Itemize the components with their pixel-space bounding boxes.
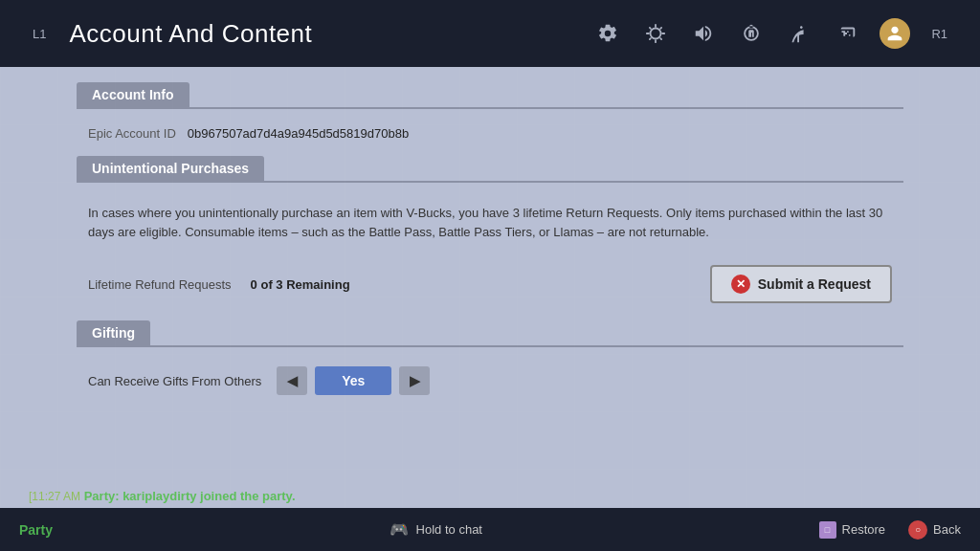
unintentional-purchases-section: Unintentional Purchases In cases where y… (77, 156, 903, 303)
gamepad-icon[interactable] (832, 18, 862, 49)
bottom-bar: Party 🎮 Hold to chat □ Restore ○ Back (0, 508, 980, 551)
profile-icon[interactable] (880, 18, 910, 49)
volume-icon[interactable] (688, 18, 719, 49)
l1-hint: L1 (33, 27, 46, 41)
refund-row: Lifetime Refund Requests 0 of 3 Remainin… (77, 265, 903, 303)
gifting-tab-label: Gifting (77, 320, 150, 345)
gifting-section: Gifting Can Receive Gifts From Others ◀ … (77, 320, 903, 403)
top-nav-bar: L1 Account And Content R1 (0, 0, 980, 67)
party-label: Party (19, 522, 53, 538)
back-button-icon: ○ (908, 520, 927, 540)
gifting-value: Yes (315, 366, 391, 395)
gifting-prev-button[interactable]: ◀ (277, 366, 307, 395)
chat-overlay: [11:27 AM Party: kariplaydirty joined th… (29, 489, 296, 503)
main-content: Account Info Epic Account ID 0b967507ad7… (0, 67, 980, 508)
epic-id-value: 0b967507ad7d4a9a945d5d5819d70b8b (188, 126, 409, 141)
restore-button-icon: □ (819, 521, 836, 539)
unintentional-purchases-tab-label: Unintentional Purchases (77, 156, 264, 181)
gifting-divider (77, 345, 903, 347)
chat-message: Party: kariplaydirty joined the party. (84, 489, 296, 503)
submit-request-button[interactable]: ✕ Submit a Request (710, 265, 892, 303)
back-label: Back (933, 522, 961, 537)
accessibility-icon[interactable] (736, 18, 767, 49)
purchases-divider (77, 181, 903, 183)
x-circle-icon: ✕ (731, 275, 750, 294)
hold-to-chat-area: 🎮 Hold to chat (68, 520, 804, 539)
brightness-icon[interactable] (640, 18, 671, 49)
epic-account-row: Epic Account ID 0b967507ad7d4a9a945d5d58… (77, 121, 903, 146)
account-divider (77, 107, 903, 109)
account-info-tab: Account Info (77, 82, 903, 109)
hold-to-chat-label: Hold to chat (416, 522, 482, 537)
restore-action[interactable]: □ Restore (819, 521, 886, 539)
submit-btn-label: Submit a Request (758, 276, 871, 292)
r1-hint: R1 (931, 27, 947, 41)
nav-icons-group: R1 (592, 18, 951, 49)
back-action[interactable]: ○ Back (908, 520, 961, 540)
epic-id-label: Epic Account ID (88, 126, 176, 141)
gifting-label: Can Receive Gifts From Others (88, 374, 261, 388)
chat-time: [11:27 AM (29, 490, 80, 503)
gifting-row: Can Receive Gifts From Others ◀ Yes ▶ (77, 359, 903, 403)
purchases-description: In cases where you unintentionally purch… (77, 194, 903, 252)
page-title: Account And Content (69, 19, 573, 49)
controller-chat-icon: 🎮 (390, 520, 409, 539)
bottom-actions: □ Restore ○ Back (819, 520, 961, 540)
refund-label: Lifetime Refund Requests (88, 277, 232, 292)
refund-count: 0 of 3 Remaining (251, 277, 350, 292)
account-info-tab-label[interactable]: Account Info (77, 82, 189, 107)
network-icon[interactable] (784, 18, 814, 49)
restore-label: Restore (842, 522, 886, 537)
gear-icon[interactable] (592, 18, 623, 49)
gifting-next-button[interactable]: ▶ (399, 366, 430, 395)
